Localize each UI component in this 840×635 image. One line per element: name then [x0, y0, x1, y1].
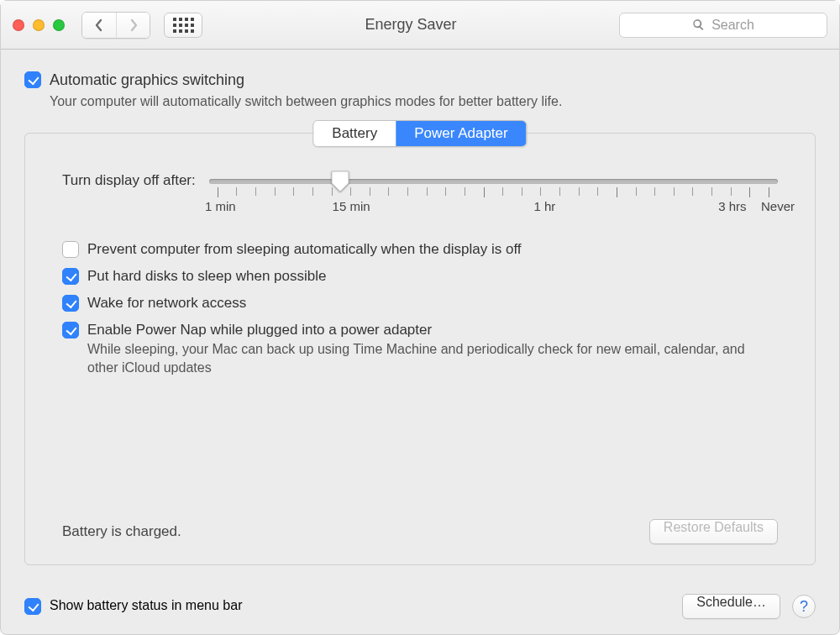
content: Automatic graphics switching Your comput… — [1, 50, 839, 582]
prevent-sleep-row: Prevent computer from sleeping automatic… — [62, 241, 778, 258]
search-icon — [692, 18, 705, 31]
panel-footer: Battery is charged. Restore Defaults — [62, 519, 778, 544]
traffic-lights — [13, 19, 65, 31]
help-icon: ? — [800, 598, 808, 616]
auto-graphics-label: Automatic graphics switching — [50, 71, 244, 89]
energy-saver-window: Energy Saver Search Automatic graphics s… — [0, 0, 840, 635]
wake-network-label: Wake for network access — [87, 295, 246, 312]
tick-1hr: 1 hr — [533, 199, 555, 213]
power-nap-row: Enable Power Nap while plugged into a po… — [62, 322, 778, 338]
battery-status: Battery is charged. — [62, 523, 181, 540]
power-nap-checkbox[interactable] — [62, 322, 79, 338]
settings-panel: Battery Power Adapter Turn display off a… — [24, 133, 816, 565]
close-button[interactable] — [13, 19, 24, 31]
auto-graphics-checkbox[interactable] — [24, 71, 41, 88]
hard-disks-checkbox[interactable] — [62, 268, 79, 285]
slider-ticks — [218, 187, 769, 197]
hard-disks-row: Put hard disks to sleep when possible — [62, 268, 778, 285]
prevent-sleep-checkbox[interactable] — [62, 241, 79, 258]
zoom-button[interactable] — [53, 19, 65, 31]
prevent-sleep-label: Prevent computer from sleeping automatic… — [87, 241, 522, 258]
window-title: Energy Saver — [214, 16, 607, 34]
show-battery-row: Show battery status in menu bar — [24, 598, 242, 615]
auto-graphics-desc: Your computer will automatically switch … — [50, 94, 816, 109]
search-placeholder: Search — [711, 18, 754, 33]
tick-1min: 1 min — [205, 199, 236, 213]
slider-thumb[interactable] — [331, 171, 349, 192]
back-button[interactable] — [82, 13, 116, 38]
show-all-button[interactable] — [164, 13, 202, 38]
show-battery-checkbox[interactable] — [24, 598, 41, 615]
nav-back-forward — [81, 12, 150, 39]
display-off-slider[interactable]: 1 min 15 min 1 hr 3 hrs Never — [209, 172, 778, 214]
minimize-button[interactable] — [33, 19, 45, 31]
tick-15min: 15 min — [333, 199, 370, 213]
restore-defaults-button[interactable]: Restore Defaults — [649, 519, 778, 544]
wake-network-checkbox[interactable] — [62, 295, 79, 312]
help-button[interactable]: ? — [792, 595, 816, 618]
power-nap-label: Enable Power Nap while plugged into a po… — [87, 322, 432, 338]
display-off-slider-block: Turn display off after: — [62, 172, 778, 214]
hard-disks-label: Put hard disks to sleep when possible — [87, 268, 326, 285]
show-battery-label: Show battery status in menu bar — [50, 598, 242, 613]
slider-track — [209, 179, 778, 184]
window-footer: Show battery status in menu bar Schedule… — [1, 582, 839, 634]
power-source-tabs: Battery Power Adapter — [312, 120, 527, 147]
chevron-right-icon — [129, 18, 139, 32]
tab-power-adapter[interactable]: Power Adapter — [396, 121, 527, 146]
options-list: Prevent computer from sleeping automatic… — [62, 241, 778, 378]
tick-3hrs: 3 hrs — [718, 199, 746, 213]
wake-network-row: Wake for network access — [62, 295, 778, 312]
forward-button[interactable] — [116, 13, 150, 38]
chevron-left-icon — [94, 18, 104, 32]
tick-never: Never — [761, 199, 795, 213]
tab-battery[interactable]: Battery — [313, 121, 396, 146]
slider-thumb-icon — [331, 171, 349, 192]
display-off-label: Turn display off after: — [62, 172, 196, 189]
search-input[interactable]: Search — [619, 13, 827, 38]
titlebar: Energy Saver Search — [1, 1, 839, 50]
power-nap-desc: While sleeping, your Mac can back up usi… — [87, 340, 778, 378]
auto-graphics-row: Automatic graphics switching — [24, 71, 816, 89]
schedule-button[interactable]: Schedule… — [682, 594, 780, 619]
grid-icon — [173, 18, 194, 33]
